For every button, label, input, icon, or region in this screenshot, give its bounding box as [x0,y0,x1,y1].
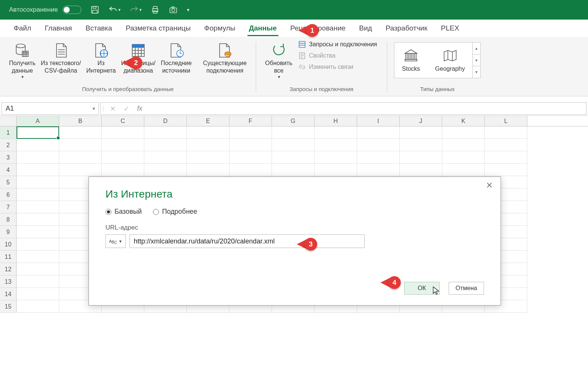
cell[interactable] [187,139,229,151]
from-table-button[interactable]: Из таблицы/ диапазона [119,40,157,75]
cell[interactable] [485,164,527,176]
cell[interactable] [315,139,357,151]
row-header[interactable]: 13 [0,275,17,288]
cell[interactable] [59,151,102,164]
qat-more-icon[interactable]: ▾ [187,7,189,13]
cell[interactable] [17,189,59,201]
cell[interactable] [315,164,357,176]
cell[interactable] [17,164,59,176]
row-header[interactable]: 8 [0,213,17,226]
gallery-up-icon[interactable]: ▴ [473,43,480,55]
cell[interactable] [400,151,442,164]
tab-file[interactable]: Файл [7,20,38,36]
select-all-corner[interactable] [0,116,17,126]
cell[interactable] [485,139,527,151]
row-header[interactable]: 11 [0,251,17,263]
fx-icon[interactable]: fx [133,105,147,113]
col-header[interactable]: G [272,116,315,126]
cell[interactable] [400,139,442,151]
row-header[interactable]: 2 [0,139,17,151]
cell[interactable] [442,151,485,164]
cell[interactable] [272,126,315,139]
cell[interactable] [144,164,187,176]
cell[interactable] [17,176,59,189]
chevron-down-icon[interactable]: ▼ [92,106,96,111]
col-header[interactable]: I [357,116,400,126]
tab-page-layout[interactable]: Разметка страницы [119,20,197,36]
cell[interactable] [17,213,59,226]
row-header[interactable]: 10 [0,238,17,251]
col-header[interactable]: J [400,116,442,126]
cell[interactable] [485,126,527,139]
cancel-formula-icon[interactable]: ✕ [106,105,119,113]
cell[interactable] [229,126,272,139]
cell[interactable] [272,164,315,176]
radio-basic[interactable]: Базовый [105,208,142,216]
get-data-button[interactable]: Получить данные▾ [7,40,38,79]
tab-review[interactable]: Рецензирование [284,20,353,36]
row-header[interactable]: 6 [0,189,17,201]
cell[interactable] [59,139,102,151]
formula-input[interactable] [147,105,586,113]
cell[interactable] [102,164,144,176]
cell[interactable] [357,151,400,164]
cell[interactable] [485,151,527,164]
name-box[interactable]: A1 ▼ [2,102,99,115]
properties-button[interactable]: Свойства [297,51,379,60]
col-header[interactable]: A [17,116,59,126]
recent-sources-button[interactable]: Последние источники [159,40,194,75]
cell[interactable] [357,139,400,151]
row-header[interactable]: 9 [0,226,17,238]
cell[interactable] [59,126,102,139]
row-header[interactable]: 1 [0,126,17,139]
col-header[interactable]: L [485,116,527,126]
cell[interactable] [17,288,59,300]
geography-type[interactable]: Geography [428,43,472,78]
radio-advanced[interactable]: Подробнее [153,208,197,216]
cell[interactable] [102,151,144,164]
cell[interactable] [357,126,400,139]
cell[interactable] [442,126,485,139]
cancel-button[interactable]: Отмена [449,282,484,295]
save-icon[interactable] [90,5,99,14]
autosave-toggle[interactable] [63,6,81,14]
accept-formula-icon[interactable]: ✓ [119,105,133,113]
cell[interactable] [442,164,485,176]
from-web-button[interactable]: Из Интернета [84,40,118,75]
tab-view[interactable]: Вид [352,20,379,36]
redo-icon[interactable]: ▾ [130,5,142,14]
cell[interactable] [17,139,59,151]
row-header[interactable]: 15 [0,300,17,313]
from-csv-button[interactable]: Из текстового/ CSV-файла [38,40,83,75]
col-header[interactable]: F [229,116,272,126]
tab-formulas[interactable]: Формулы [197,20,242,36]
cell[interactable] [187,151,229,164]
gallery-down-icon[interactable]: ▾ [473,55,480,67]
cell[interactable] [357,164,400,176]
row-header[interactable]: 4 [0,164,17,176]
col-header[interactable]: K [442,116,485,126]
cell[interactable] [17,238,59,251]
existing-connections-button[interactable]: Существующие подключения [201,40,249,75]
camera-icon[interactable] [169,5,178,14]
cell[interactable] [229,139,272,151]
cell[interactable] [272,151,315,164]
cell[interactable] [400,164,442,176]
cell[interactable] [442,139,485,151]
row-header[interactable]: 12 [0,263,17,275]
row-header[interactable]: 14 [0,288,17,300]
queries-connections-button[interactable]: Запросы и подключения [297,40,379,49]
cell[interactable] [144,126,187,139]
quickprint-icon[interactable] [151,5,160,14]
cell[interactable] [229,151,272,164]
gallery-more-icon[interactable]: ▾ [473,66,480,78]
col-header[interactable]: B [59,116,102,126]
cell[interactable] [17,251,59,263]
stocks-type[interactable]: Stocks [394,43,428,78]
url-input[interactable] [130,234,365,248]
tab-home[interactable]: Главная [38,20,79,36]
cell[interactable] [17,126,59,139]
cell[interactable] [315,151,357,164]
row-header[interactable]: 5 [0,176,17,189]
edit-links-button[interactable]: Изменить связи [297,62,379,71]
